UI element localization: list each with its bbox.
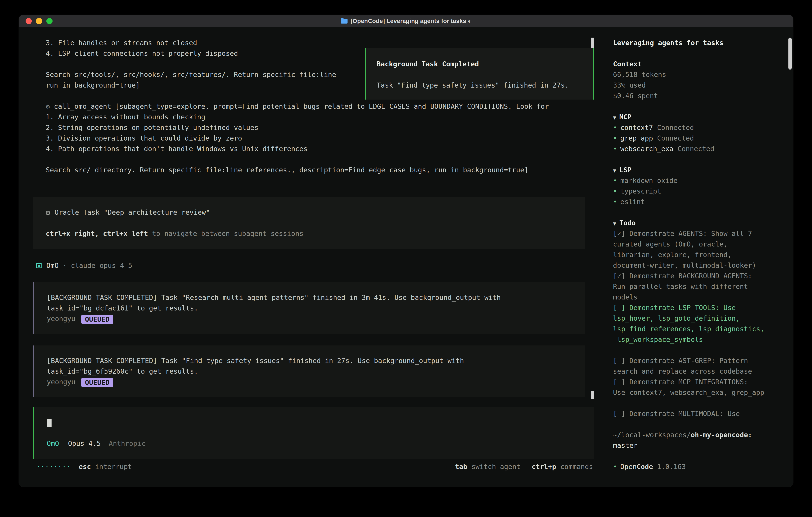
- app-version: 1.0.163: [653, 463, 686, 471]
- window-title-text: [OpenCode] Leveraging agents for tasks ◐: [351, 18, 471, 24]
- message-meta: yeongyuQUEUED: [47, 377, 572, 387]
- chevron-down-icon: ▼: [613, 167, 616, 173]
- agent-icon: [36, 263, 41, 268]
- workspace-path-prefix: ~/local-workspaces/: [613, 431, 691, 439]
- message-block: [BACKGROUND TASK COMPLETED] Task "Resear…: [33, 282, 585, 334]
- folder-icon: [341, 18, 348, 24]
- lsp-item-name: markdown-oxide: [620, 176, 677, 185]
- message-line: task_id="bg_dcfac161" to get results.: [47, 303, 572, 314]
- oracle-task-title-line: Oracle Task "Deep architecture review": [46, 207, 572, 218]
- lsp-item: •markdown-oxide: [613, 175, 793, 186]
- scrollback-line: 1. Array access without bounds checking: [46, 112, 594, 123]
- traffic-lights: [26, 15, 53, 27]
- context-tokens: 66,518 tokens: [613, 70, 793, 80]
- ctrlp-key-label: commands: [556, 463, 593, 471]
- sidebar-scrollbar-thumb[interactable]: [788, 37, 792, 70]
- input-model-name: Opus 4.5: [68, 439, 101, 447]
- workspace-repo: oh-my-opencode:: [691, 431, 752, 439]
- session-sidebar: Leveraging agents for tasks Context 66,5…: [594, 27, 793, 487]
- todo-line-active: lsp_workspace_symbols: [613, 334, 793, 345]
- agent-header: OmO · claude-opus-4-5: [36, 260, 594, 271]
- background-task-toast[interactable]: Background Task Completed Task "Find typ…: [365, 48, 594, 100]
- terminal-window: [OpenCode] Leveraging agents for tasks ◐…: [19, 15, 793, 487]
- todo-line: search and replace across codebase: [613, 366, 793, 377]
- terminal-main: 3. File handles or streams not closed 4.…: [19, 27, 594, 487]
- titlebar: [OpenCode] Leveraging agents for tasks ◐: [19, 15, 793, 27]
- zoom-button[interactable]: [46, 18, 53, 24]
- input-model-line: OmOOpus 4.5Anthropic: [47, 438, 581, 449]
- scrollback-line: Search src/ directory. Return specific f…: [46, 165, 594, 175]
- todo-line: librarian, explore, frontend,: [613, 249, 793, 260]
- queued-badge: QUEUED: [81, 378, 113, 387]
- input-provider-name: Anthropic: [109, 439, 145, 447]
- todo-line-active: lsp_hover, lsp_goto_definition,: [613, 313, 793, 324]
- lsp-item: •typescript: [613, 186, 793, 196]
- spinner-dots: ········: [36, 461, 71, 472]
- lsp-item: •eslint: [613, 196, 793, 207]
- status-bar: ········ esc interrupt tab switch agentc…: [19, 461, 594, 472]
- minimize-button[interactable]: [36, 18, 42, 24]
- todo-line-active: [ ] Demonstrate LSP TOOLS: Use: [613, 302, 793, 313]
- tool-call-line: ⚙ call_omo_agent [subagent_type=explore,…: [46, 101, 594, 112]
- oracle-spacer: [46, 218, 572, 228]
- workspace-path: ~/local-workspaces/oh-my-opencode:: [613, 430, 793, 440]
- esc-key-hint: esc: [79, 461, 91, 472]
- main-scrollbar-thumb[interactable]: [590, 391, 594, 399]
- ctrlp-key-hint: ctrl+p: [532, 463, 556, 471]
- toast-spacer: [377, 70, 593, 80]
- toast-title: Background Task Completed: [377, 59, 593, 70]
- mcp-item-name: websearch_exa: [620, 145, 673, 153]
- close-button[interactable]: [26, 18, 32, 24]
- scrollback-line: [46, 154, 594, 165]
- prompt-input[interactable]: OmOOpus 4.5Anthropic: [33, 407, 594, 459]
- message-line: [BACKGROUND TASK COMPLETED] Task "Resear…: [47, 292, 572, 303]
- todo-line: Run parallel tasks with different: [613, 281, 793, 292]
- todo-line: [ ] Demonstrate MULTIMODAL: Use: [613, 408, 793, 419]
- todo-line: curated agents (OmO, oracle,: [613, 239, 793, 249]
- gear-icon: ⚙: [46, 102, 50, 110]
- oracle-hint-line: ctrl+x right, ctrl+x left to navigate be…: [46, 228, 572, 239]
- message-line: task_id="bg_6f59260c" to get results.: [47, 366, 572, 377]
- input-cursor-line: [47, 417, 581, 428]
- lsp-section-header[interactable]: ▼LSP: [613, 165, 793, 175]
- agent-model-id: · claude-opus-4-5: [63, 260, 132, 271]
- mcp-section-header[interactable]: ▼MCP: [613, 112, 793, 123]
- todo-line: [ ] Demonstrate MCP INTEGRATIONS:: [613, 377, 793, 387]
- mcp-item-name: grep_app: [620, 134, 653, 142]
- bullet-icon: •: [613, 124, 617, 132]
- todo-line: [ ] Demonstrate AST-GREP: Pattern: [613, 355, 793, 366]
- scrollback-line: 3. Division operations that could divide…: [46, 133, 594, 143]
- message-author: yeongyu: [47, 378, 75, 386]
- todo-line-active: lsp_find_references, lsp_diagnostics,: [613, 324, 793, 334]
- mcp-item-status: Connected: [673, 145, 715, 153]
- tool-call-text: call_omo_agent [subagent_type=explore, p…: [50, 102, 549, 110]
- todo-line: [✓] Demonstrate AGENTS: Show all 7: [613, 228, 793, 239]
- message-author: yeongyu: [47, 315, 75, 323]
- todo-section-header[interactable]: ▼Todo: [613, 218, 793, 228]
- context-heading: Context: [613, 59, 793, 70]
- bullet-icon: •: [613, 176, 617, 185]
- chevron-down-icon: ▼: [613, 114, 616, 120]
- scrollback-line: 4. Path operations that don't handle Win…: [46, 143, 594, 154]
- todo-line: models: [613, 292, 793, 302]
- workspace-branch: master: [613, 440, 793, 451]
- queued-badge: QUEUED: [81, 315, 113, 324]
- oracle-task-panel[interactable]: Oracle Task "Deep architecture review" c…: [33, 197, 585, 249]
- mcp-item: •websearch_exa Connected: [613, 143, 793, 154]
- input-agent-name: OmO: [47, 439, 59, 447]
- todo-line: [✓] Demonstrate BACKGROUND AGENTS:: [613, 271, 793, 281]
- bullet-icon: •: [613, 145, 617, 153]
- bullet-icon: •: [613, 198, 617, 206]
- tab-key-hint: tab: [455, 463, 467, 471]
- toast-body: Task "Find type safety issues" finished …: [377, 80, 593, 90]
- text-cursor: [47, 419, 52, 427]
- todo-line: document-writer, multimodal-looker): [613, 260, 793, 271]
- bullet-icon: •: [613, 134, 617, 142]
- main-scrollbar-thumb[interactable]: [590, 37, 594, 48]
- app-name: Open: [620, 463, 637, 471]
- status-right: tab switch agentctrl+p commands: [455, 461, 593, 472]
- oracle-hint-keys: ctrl+x right, ctrl+x left: [46, 229, 148, 238]
- todo-line: Use context7, websearch_exa, grep_app: [613, 387, 793, 398]
- agent-model: [59, 260, 62, 271]
- tab-key-label: switch agent: [467, 463, 521, 471]
